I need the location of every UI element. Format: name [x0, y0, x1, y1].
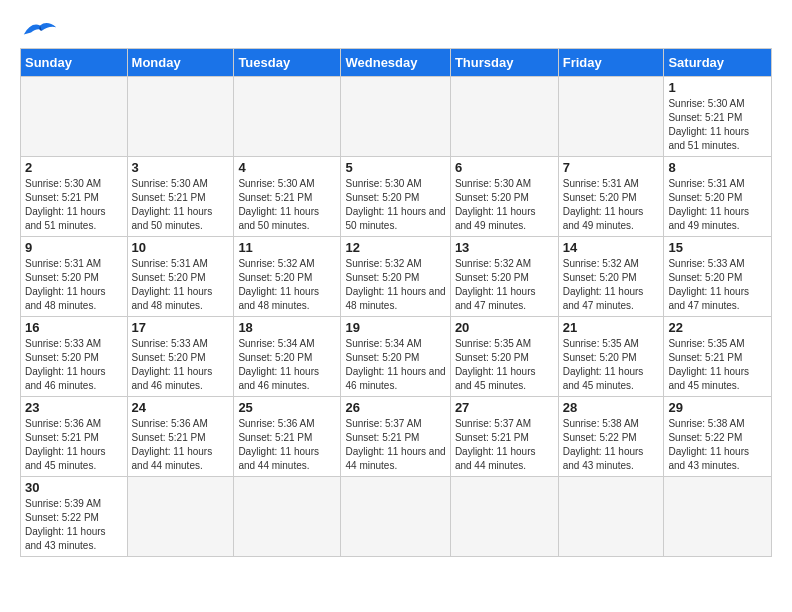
day-number: 14 — [563, 240, 660, 255]
day-number: 18 — [238, 320, 336, 335]
weekday-header-thursday: Thursday — [450, 49, 558, 77]
day-info: Sunrise: 5:32 AM Sunset: 5:20 PM Dayligh… — [238, 257, 336, 313]
day-info: Sunrise: 5:32 AM Sunset: 5:20 PM Dayligh… — [345, 257, 445, 313]
day-number: 17 — [132, 320, 230, 335]
weekday-header-sunday: Sunday — [21, 49, 128, 77]
calendar-cell — [341, 77, 450, 157]
calendar-cell — [558, 477, 664, 557]
day-number: 11 — [238, 240, 336, 255]
weekday-header-tuesday: Tuesday — [234, 49, 341, 77]
calendar-cell: 19Sunrise: 5:34 AM Sunset: 5:20 PM Dayli… — [341, 317, 450, 397]
calendar-cell — [21, 77, 128, 157]
day-info: Sunrise: 5:35 AM Sunset: 5:20 PM Dayligh… — [563, 337, 660, 393]
logo — [20, 16, 58, 40]
calendar-cell: 24Sunrise: 5:36 AM Sunset: 5:21 PM Dayli… — [127, 397, 234, 477]
day-number: 2 — [25, 160, 123, 175]
calendar-cell: 30Sunrise: 5:39 AM Sunset: 5:22 PM Dayli… — [21, 477, 128, 557]
day-info: Sunrise: 5:39 AM Sunset: 5:22 PM Dayligh… — [25, 497, 123, 553]
day-info: Sunrise: 5:30 AM Sunset: 5:21 PM Dayligh… — [25, 177, 123, 233]
calendar-cell: 23Sunrise: 5:36 AM Sunset: 5:21 PM Dayli… — [21, 397, 128, 477]
calendar-cell: 10Sunrise: 5:31 AM Sunset: 5:20 PM Dayli… — [127, 237, 234, 317]
day-info: Sunrise: 5:33 AM Sunset: 5:20 PM Dayligh… — [25, 337, 123, 393]
day-info: Sunrise: 5:34 AM Sunset: 5:20 PM Dayligh… — [345, 337, 445, 393]
calendar-cell: 2Sunrise: 5:30 AM Sunset: 5:21 PM Daylig… — [21, 157, 128, 237]
day-number: 29 — [668, 400, 767, 415]
calendar-cell — [127, 477, 234, 557]
weekday-header-row: SundayMondayTuesdayWednesdayThursdayFrid… — [21, 49, 772, 77]
calendar-cell: 4Sunrise: 5:30 AM Sunset: 5:21 PM Daylig… — [234, 157, 341, 237]
day-info: Sunrise: 5:34 AM Sunset: 5:20 PM Dayligh… — [238, 337, 336, 393]
calendar-cell: 1Sunrise: 5:30 AM Sunset: 5:21 PM Daylig… — [664, 77, 772, 157]
day-number: 24 — [132, 400, 230, 415]
calendar-cell: 9Sunrise: 5:31 AM Sunset: 5:20 PM Daylig… — [21, 237, 128, 317]
day-info: Sunrise: 5:37 AM Sunset: 5:21 PM Dayligh… — [345, 417, 445, 473]
calendar-week-6: 30Sunrise: 5:39 AM Sunset: 5:22 PM Dayli… — [21, 477, 772, 557]
day-info: Sunrise: 5:30 AM Sunset: 5:21 PM Dayligh… — [238, 177, 336, 233]
calendar-cell: 18Sunrise: 5:34 AM Sunset: 5:20 PM Dayli… — [234, 317, 341, 397]
day-info: Sunrise: 5:35 AM Sunset: 5:20 PM Dayligh… — [455, 337, 554, 393]
day-number: 22 — [668, 320, 767, 335]
day-number: 3 — [132, 160, 230, 175]
weekday-header-saturday: Saturday — [664, 49, 772, 77]
day-number: 23 — [25, 400, 123, 415]
calendar-cell: 13Sunrise: 5:32 AM Sunset: 5:20 PM Dayli… — [450, 237, 558, 317]
day-info: Sunrise: 5:30 AM Sunset: 5:21 PM Dayligh… — [132, 177, 230, 233]
day-number: 4 — [238, 160, 336, 175]
calendar-week-4: 16Sunrise: 5:33 AM Sunset: 5:20 PM Dayli… — [21, 317, 772, 397]
day-info: Sunrise: 5:36 AM Sunset: 5:21 PM Dayligh… — [132, 417, 230, 473]
calendar-cell: 26Sunrise: 5:37 AM Sunset: 5:21 PM Dayli… — [341, 397, 450, 477]
calendar-cell — [664, 477, 772, 557]
calendar-cell — [127, 77, 234, 157]
day-number: 25 — [238, 400, 336, 415]
day-number: 8 — [668, 160, 767, 175]
day-info: Sunrise: 5:30 AM Sunset: 5:20 PM Dayligh… — [455, 177, 554, 233]
calendar-cell: 21Sunrise: 5:35 AM Sunset: 5:20 PM Dayli… — [558, 317, 664, 397]
calendar-cell — [558, 77, 664, 157]
calendar-cell: 28Sunrise: 5:38 AM Sunset: 5:22 PM Dayli… — [558, 397, 664, 477]
weekday-header-monday: Monday — [127, 49, 234, 77]
day-info: Sunrise: 5:33 AM Sunset: 5:20 PM Dayligh… — [668, 257, 767, 313]
day-info: Sunrise: 5:32 AM Sunset: 5:20 PM Dayligh… — [455, 257, 554, 313]
calendar-cell: 5Sunrise: 5:30 AM Sunset: 5:20 PM Daylig… — [341, 157, 450, 237]
calendar-table: SundayMondayTuesdayWednesdayThursdayFrid… — [20, 48, 772, 557]
day-number: 12 — [345, 240, 445, 255]
day-info: Sunrise: 5:31 AM Sunset: 5:20 PM Dayligh… — [668, 177, 767, 233]
day-info: Sunrise: 5:36 AM Sunset: 5:21 PM Dayligh… — [238, 417, 336, 473]
calendar-cell: 20Sunrise: 5:35 AM Sunset: 5:20 PM Dayli… — [450, 317, 558, 397]
calendar-cell — [234, 477, 341, 557]
calendar-cell: 27Sunrise: 5:37 AM Sunset: 5:21 PM Dayli… — [450, 397, 558, 477]
day-number: 30 — [25, 480, 123, 495]
calendar-cell — [234, 77, 341, 157]
page-header — [20, 16, 772, 40]
calendar-cell — [450, 77, 558, 157]
day-info: Sunrise: 5:38 AM Sunset: 5:22 PM Dayligh… — [668, 417, 767, 473]
calendar-cell: 29Sunrise: 5:38 AM Sunset: 5:22 PM Dayli… — [664, 397, 772, 477]
day-info: Sunrise: 5:33 AM Sunset: 5:20 PM Dayligh… — [132, 337, 230, 393]
day-number: 1 — [668, 80, 767, 95]
day-number: 5 — [345, 160, 445, 175]
day-number: 20 — [455, 320, 554, 335]
calendar-week-3: 9Sunrise: 5:31 AM Sunset: 5:20 PM Daylig… — [21, 237, 772, 317]
calendar-cell: 11Sunrise: 5:32 AM Sunset: 5:20 PM Dayli… — [234, 237, 341, 317]
day-info: Sunrise: 5:35 AM Sunset: 5:21 PM Dayligh… — [668, 337, 767, 393]
calendar-cell — [450, 477, 558, 557]
calendar-week-5: 23Sunrise: 5:36 AM Sunset: 5:21 PM Dayli… — [21, 397, 772, 477]
day-number: 9 — [25, 240, 123, 255]
calendar-cell: 6Sunrise: 5:30 AM Sunset: 5:20 PM Daylig… — [450, 157, 558, 237]
day-info: Sunrise: 5:38 AM Sunset: 5:22 PM Dayligh… — [563, 417, 660, 473]
calendar-cell — [341, 477, 450, 557]
day-info: Sunrise: 5:31 AM Sunset: 5:20 PM Dayligh… — [132, 257, 230, 313]
calendar-cell: 14Sunrise: 5:32 AM Sunset: 5:20 PM Dayli… — [558, 237, 664, 317]
day-number: 26 — [345, 400, 445, 415]
calendar-week-2: 2Sunrise: 5:30 AM Sunset: 5:21 PM Daylig… — [21, 157, 772, 237]
day-number: 19 — [345, 320, 445, 335]
day-info: Sunrise: 5:36 AM Sunset: 5:21 PM Dayligh… — [25, 417, 123, 473]
calendar-cell: 22Sunrise: 5:35 AM Sunset: 5:21 PM Dayli… — [664, 317, 772, 397]
calendar-cell: 17Sunrise: 5:33 AM Sunset: 5:20 PM Dayli… — [127, 317, 234, 397]
day-number: 13 — [455, 240, 554, 255]
day-info: Sunrise: 5:31 AM Sunset: 5:20 PM Dayligh… — [563, 177, 660, 233]
calendar-cell: 7Sunrise: 5:31 AM Sunset: 5:20 PM Daylig… — [558, 157, 664, 237]
day-number: 27 — [455, 400, 554, 415]
day-number: 21 — [563, 320, 660, 335]
day-info: Sunrise: 5:30 AM Sunset: 5:20 PM Dayligh… — [345, 177, 445, 233]
